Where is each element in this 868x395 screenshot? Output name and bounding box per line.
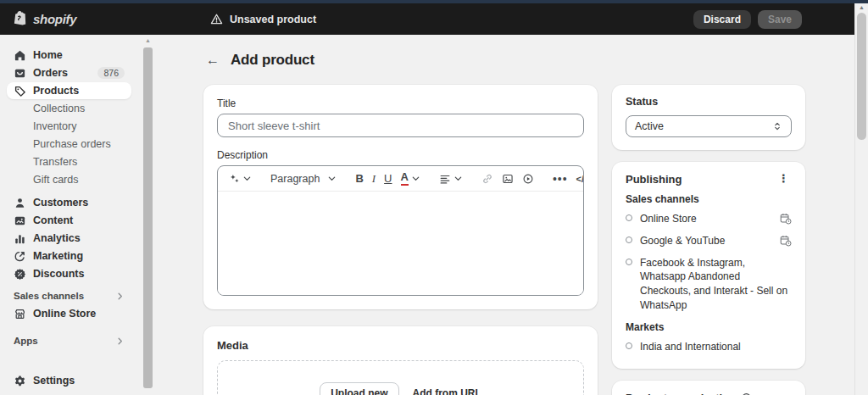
store-icon (14, 308, 26, 320)
chevron-down-icon (327, 174, 337, 183)
select-updown-icon (772, 121, 782, 131)
title-input[interactable] (217, 114, 584, 137)
publishing-card: Publishing ⋮ Sales channels Online Store… (612, 162, 805, 369)
channel-status-dot (626, 342, 632, 349)
sidebar-item-label: Transfers (33, 156, 77, 168)
show-html-button[interactable]: </> (572, 171, 584, 186)
sidebar-item-label: Online Store (33, 308, 96, 320)
sidebar-item-label: Products (33, 85, 79, 97)
underline-button[interactable]: U (380, 170, 396, 187)
scrollbar-up-arrow-icon[interactable]: ▲ (859, 4, 865, 10)
sidebar-item-label: Settings (33, 375, 75, 387)
sidebar-item-label: Discounts (33, 268, 84, 280)
color-a-label: A (401, 171, 409, 185)
sidebar-item-settings[interactable]: Settings (7, 372, 131, 389)
discard-button[interactable]: Discard (693, 10, 751, 29)
sidebar-header-sales-channels[interactable]: Sales channels (7, 288, 131, 303)
analytics-icon (14, 232, 26, 245)
products-icon (14, 85, 26, 97)
home-icon (14, 49, 26, 62)
sidebar-settings-wrap: Settings (0, 372, 138, 390)
alert-triangle-icon (210, 13, 223, 25)
sidebar-item-purchase-orders[interactable]: Purchase orders (7, 136, 131, 153)
description-textarea[interactable] (218, 192, 583, 295)
more-formatting-button[interactable]: ••• (548, 170, 572, 188)
sales-channels-label: Sales channels (626, 193, 792, 205)
sidebar-items: HomeOrders876ProductsCollectionsInventor… (0, 47, 138, 282)
sidebar-item-online-store[interactable]: Online Store (7, 305, 131, 322)
back-arrow-icon[interactable]: ← (206, 53, 220, 67)
markets-label: Markets (626, 321, 792, 333)
browser-scrollbar[interactable]: ▲ (854, 0, 868, 395)
sidebar-scrollbar-thumb[interactable] (143, 47, 153, 388)
indent-spacer (14, 120, 26, 133)
sidebar-item-label: Customers (33, 197, 88, 209)
markets-list: India and International (626, 337, 792, 357)
sidebar-item-inventory[interactable]: Inventory (7, 118, 131, 135)
align-left-icon (439, 173, 451, 185)
bold-button[interactable]: B (351, 170, 367, 187)
unsaved-label: Unsaved product (230, 14, 316, 25)
chevron-down-icon (411, 174, 420, 183)
page-title: Add product (231, 52, 314, 69)
channel-label: Google & YouTube (640, 234, 772, 248)
schedule-calendar-icon[interactable] (780, 235, 792, 250)
alignment-dropdown[interactable] (435, 170, 467, 187)
shopify-wordmark: shopify (33, 12, 76, 26)
insert-video-button[interactable] (518, 170, 538, 187)
title-description-card: Title Description Paragraph B I (203, 85, 598, 309)
browser-scrollbar-thumb[interactable] (857, 13, 866, 140)
indent-spacer (14, 103, 26, 115)
sidebar-item-transfers[interactable]: Transfers (7, 153, 131, 170)
main-column: Title Description Paragraph B I (203, 85, 598, 395)
richtext-toolbar: Paragraph B I U A (218, 166, 583, 192)
sidebar-item-marketing[interactable]: Marketing (7, 248, 131, 264)
sidebar-item-label: Marketing (33, 250, 83, 262)
channel-row: Google & YouTube (626, 231, 792, 253)
side-panel: Status Active Publishing ⋮ Sales channel… (612, 85, 805, 395)
media-dropzone[interactable]: Upload new Add from URL Accepts images, … (217, 360, 584, 395)
sidebar-item-analytics[interactable]: Analytics (7, 230, 131, 247)
customers-icon (14, 197, 26, 209)
sidebar-item-label: Analytics (33, 232, 81, 244)
sidebar-item-label: Purchase orders (33, 138, 111, 150)
sidebar-item-collections[interactable]: Collections (7, 100, 131, 117)
sidebar-item-home[interactable]: Home (7, 47, 131, 64)
sidebar-item-label: Inventory (33, 120, 76, 132)
media-card: Media Upload new Add from URL Accepts im… (203, 326, 598, 395)
image-icon (502, 173, 514, 185)
chevron-down-icon (242, 174, 252, 183)
add-from-url-button[interactable]: Add from URL (413, 387, 481, 395)
publishing-title: Publishing (626, 173, 682, 186)
sidebar-header-apps[interactable]: Apps (7, 333, 131, 348)
sidebar-item-customers[interactable]: Customers (7, 194, 131, 211)
topbar-actions: Discard Save (693, 10, 802, 29)
italic-button[interactable]: I (368, 170, 380, 188)
status-select[interactable]: Active (626, 115, 792, 137)
media-heading: Media (217, 339, 584, 352)
sidebar-item-discounts[interactable]: Discounts (7, 265, 131, 282)
shopify-logo[interactable]: shopify (12, 9, 76, 30)
sidebar-scrollbar[interactable]: ▲ (143, 37, 153, 395)
sales-channels-list: Online StoreGoogle & YouTubeFacebook & I… (626, 209, 792, 315)
schedule-calendar-icon[interactable] (780, 213, 792, 228)
text-color-button[interactable]: A (397, 169, 425, 187)
play-circle-icon (522, 173, 534, 185)
apps-header-label: Apps (14, 336, 38, 346)
upload-new-button[interactable]: Upload new (320, 382, 398, 395)
insert-image-button[interactable] (498, 170, 518, 187)
indent-spacer (14, 174, 26, 186)
status-card: Status Active (612, 85, 805, 150)
scrollbar-up-arrow-icon[interactable]: ▲ (145, 37, 151, 43)
ai-magic-button[interactable] (225, 170, 256, 186)
sidebar-item-content[interactable]: Content (7, 212, 131, 229)
product-organization-card: Product organization Product category De… (612, 381, 805, 395)
paragraph-style-dropdown[interactable]: Paragraph (266, 170, 341, 187)
sidebar-item-products[interactable]: Products (7, 82, 131, 99)
save-button[interactable]: Save (758, 10, 802, 29)
insert-link-button[interactable] (477, 170, 498, 187)
sidebar-item-orders[interactable]: Orders876 (7, 64, 131, 81)
dots-vertical-icon[interactable]: ⋮ (776, 173, 792, 184)
sidebar-item-gift-cards[interactable]: Gift cards (7, 171, 131, 188)
magic-icon (229, 173, 240, 184)
